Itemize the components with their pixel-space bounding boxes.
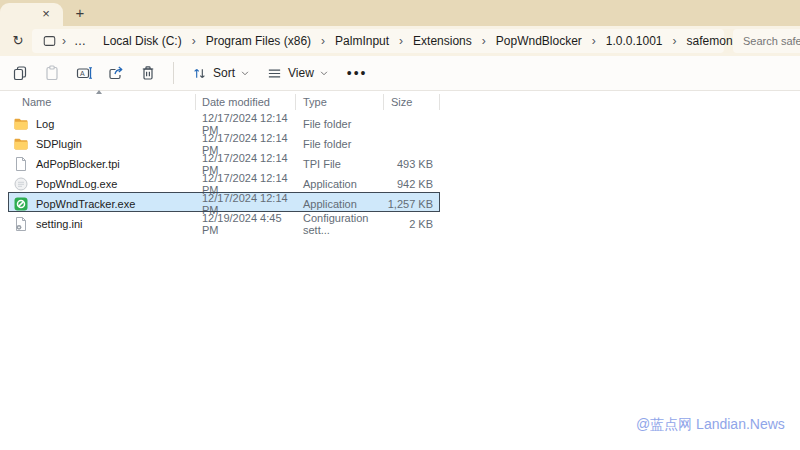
share-button[interactable] (100, 60, 132, 87)
folder-icon (13, 116, 29, 132)
chevron-down-icon (320, 71, 328, 76)
breadcrumb-overflow-button[interactable]: … (67, 34, 94, 48)
file-name: AdPopBlocker.tpi (36, 158, 120, 170)
command-toolbar: A Sort View ••• (0, 56, 800, 91)
paste-icon (43, 64, 61, 82)
file-type: File folder (296, 118, 384, 130)
copy-icon (11, 64, 29, 82)
file-icon (13, 156, 29, 172)
file-list: Log 12/17/2024 12:14 PM File folder SDPl… (8, 112, 440, 232)
column-header-size[interactable]: Size (384, 94, 440, 110)
column-header-name-label: Name (22, 96, 51, 108)
file-type: TPI File (296, 158, 384, 170)
file-size: 942 KB (384, 178, 440, 190)
see-more-button[interactable]: ••• (337, 65, 378, 81)
breadcrumb-item-program-files[interactable]: Program Files (x86) (197, 34, 320, 48)
sort-button[interactable]: Sort (183, 60, 258, 87)
file-type: Application (296, 198, 384, 210)
file-type: Application (296, 178, 384, 190)
sort-label: Sort (213, 66, 235, 80)
folder-icon (13, 136, 29, 152)
monitor-icon[interactable] (40, 34, 61, 48)
file-row-popwndtracker-selected[interactable]: PopWndTracker.exe 12/17/2024 12:14 PM Ap… (8, 192, 440, 212)
toolbar-divider (173, 62, 174, 84)
column-header-date-modified[interactable]: Date modified (196, 94, 296, 110)
column-headers: Name Date modified Type Size (8, 92, 440, 112)
svg-text:A: A (80, 70, 85, 77)
delete-icon (139, 64, 157, 82)
file-name: SDPlugin (36, 138, 82, 150)
file-explorer-window: { "tab_bar": { "close_icon": "×", "new_t… (0, 0, 800, 450)
share-icon (107, 64, 125, 82)
breadcrumb-item-local-disk[interactable]: Local Disk (C:) (94, 34, 191, 48)
file-name: setting.ini (36, 218, 82, 230)
breadcrumb-item-version[interactable]: 1.0.0.1001 (597, 34, 672, 48)
breadcrumb: › … Local Disk (C:) › Program Files (x86… (32, 29, 724, 53)
view-icon (267, 66, 282, 81)
file-row-setting-ini[interactable]: setting.ini 12/19/2024 4:45 PM Configura… (8, 212, 440, 232)
rename-button[interactable]: A (68, 60, 100, 87)
watermark: @蓝点网 Landian.News (636, 416, 785, 434)
rename-icon: A (75, 64, 93, 82)
column-header-type[interactable]: Type (296, 94, 384, 110)
config-file-icon (13, 216, 29, 232)
paste-button[interactable] (36, 60, 68, 87)
file-date: 12/19/2024 4:45 PM (196, 212, 296, 236)
view-button[interactable]: View (258, 60, 337, 87)
refresh-icon[interactable]: ↻ (8, 31, 28, 51)
file-name: PopWndLog.exe (36, 178, 117, 190)
chevron-down-icon (241, 71, 249, 76)
column-header-name[interactable]: Name (8, 94, 196, 110)
file-size: 2 KB (384, 218, 440, 230)
application-icon-gray (13, 176, 29, 192)
application-icon-green (13, 196, 29, 212)
copy-button[interactable] (4, 60, 36, 87)
search-input[interactable] (733, 29, 800, 53)
breadcrumb-item-safemon[interactable]: safemon (678, 34, 742, 48)
file-name: PopWndTracker.exe (36, 198, 135, 210)
delete-button[interactable] (132, 60, 164, 87)
file-type: File folder (296, 138, 384, 150)
file-row-popwndlog[interactable]: PopWndLog.exe 12/17/2024 12:14 PM Applic… (8, 172, 440, 192)
file-type: Configuration sett... (296, 212, 384, 236)
sort-ascending-icon (96, 90, 102, 94)
file-size: 1,257 KB (384, 198, 440, 210)
file-row-adpopblocker[interactable]: AdPopBlocker.tpi 12/17/2024 12:14 PM TPI… (8, 152, 440, 172)
search-box (733, 29, 800, 53)
breadcrumb-item-extensions[interactable]: Extensions (404, 34, 481, 48)
sort-icon (192, 66, 207, 81)
tab-close-icon[interactable]: × (38, 6, 54, 22)
file-row-log[interactable]: Log 12/17/2024 12:14 PM File folder (8, 112, 440, 132)
tab-strip: × + (0, 0, 800, 26)
view-label: View (288, 66, 314, 80)
file-name: Log (36, 118, 54, 130)
breadcrumb-item-popwndblocker[interactable]: PopWndBlocker (487, 34, 591, 48)
file-size: 493 KB (384, 158, 440, 170)
breadcrumb-item-palminput[interactable]: PalmInput (326, 34, 398, 48)
file-row-sdplugin[interactable]: SDPlugin 12/17/2024 12:14 PM File folder (8, 132, 440, 152)
address-bar: ↻ › … Local Disk (C:) › Program Files (x… (0, 26, 800, 56)
explorer-tab[interactable]: × (0, 3, 63, 26)
new-tab-button[interactable]: + (71, 4, 89, 22)
